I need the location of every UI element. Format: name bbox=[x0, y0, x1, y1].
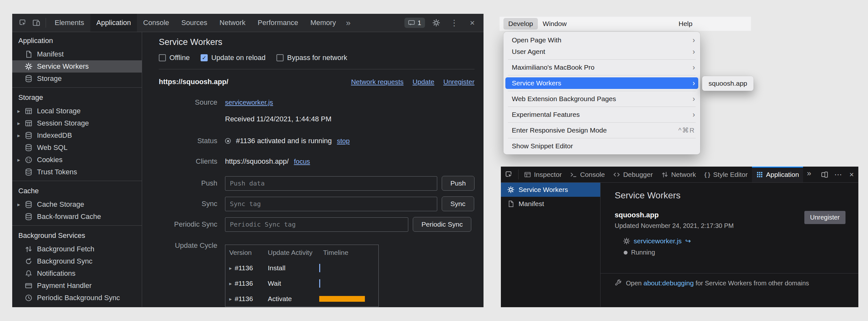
timeline-tick bbox=[319, 279, 320, 288]
device-toolbar-icon[interactable] bbox=[30, 16, 43, 30]
expand-arrow-icon[interactable] bbox=[229, 265, 232, 271]
running-status-text: Running bbox=[631, 249, 655, 256]
sidebar-item-manifest[interactable]: Manifest bbox=[12, 48, 142, 60]
sidebar-item-manifest[interactable]: Manifest bbox=[501, 197, 600, 211]
table-row[interactable]: #1136 Install bbox=[225, 260, 378, 276]
inspect-element-icon[interactable] bbox=[16, 16, 30, 30]
sidebar-item-indexeddb[interactable]: IndexedDB bbox=[12, 129, 142, 142]
menubar-item-help[interactable]: Help bbox=[674, 18, 697, 30]
responsive-design-mode-icon[interactable] bbox=[818, 168, 831, 181]
sidebar-item-cookies[interactable]: Cookies bbox=[12, 154, 142, 166]
issues-button[interactable]: 1 bbox=[404, 17, 425, 28]
update-on-reload-checkbox[interactable] bbox=[200, 54, 208, 61]
tab-console[interactable]: Console bbox=[137, 14, 175, 32]
tab-inspector[interactable]: Inspector bbox=[520, 167, 566, 182]
expand-arrow-icon[interactable] bbox=[18, 132, 25, 139]
table-row[interactable]: #1136 Wait bbox=[225, 276, 378, 291]
expand-arrow-icon[interactable] bbox=[18, 120, 25, 127]
more-tabs-chevron-icon[interactable]: » bbox=[342, 14, 354, 32]
database-icon bbox=[25, 132, 33, 139]
sidebar-item-service-workers[interactable]: Service Workers bbox=[12, 60, 142, 73]
table-row[interactable]: #1136 Activate bbox=[225, 291, 378, 307]
unregister-link[interactable]: Unregister bbox=[443, 78, 474, 86]
expand-arrow-icon[interactable] bbox=[229, 296, 232, 302]
grid-icon bbox=[756, 171, 763, 178]
sync-button[interactable]: Sync bbox=[442, 197, 474, 211]
periodic-sync-tag-input[interactable] bbox=[225, 217, 408, 232]
sidebar-item-trust-tokens[interactable]: Trust Tokens bbox=[12, 166, 142, 178]
periodic-sync-button[interactable]: Periodic Sync bbox=[413, 217, 471, 232]
tab-performance[interactable]: Performance bbox=[251, 14, 304, 32]
sidebar-item-background-sync[interactable]: Background Sync bbox=[12, 255, 142, 268]
sidebar-item-session-storage[interactable]: Session Storage bbox=[12, 117, 142, 129]
sidebar-item-periodic-background-sync[interactable]: Periodic Background Sync bbox=[12, 292, 142, 304]
menu-item-experimental-features[interactable]: Experimental Features bbox=[503, 109, 700, 120]
update-on-reload-checkbox-group[interactable]: Update on reload bbox=[200, 54, 266, 62]
settings-gear-icon[interactable] bbox=[430, 16, 443, 30]
menu-item-web-extension-background-pages[interactable]: Web Extension Background Pages bbox=[503, 93, 700, 105]
more-options-icon[interactable]: ⋮ bbox=[447, 16, 461, 30]
expand-arrow-icon[interactable] bbox=[18, 108, 25, 115]
submenu-chevron-icon bbox=[692, 111, 695, 118]
menu-item-service-workers[interactable]: Service Workers bbox=[505, 77, 698, 89]
menubar-item-develop[interactable]: Develop bbox=[503, 18, 538, 30]
tab-console[interactable]: Console bbox=[566, 167, 609, 182]
expand-arrow-icon[interactable] bbox=[18, 157, 25, 164]
tab-application[interactable]: Application bbox=[752, 167, 803, 182]
serviceworker-js-link[interactable]: serviceworker.js bbox=[225, 99, 273, 106]
element-picker-icon[interactable] bbox=[501, 167, 517, 182]
push-button[interactable]: Push bbox=[442, 176, 474, 191]
menu-item-macbook-pro[interactable]: Maximiliano's MacBook Pro bbox=[503, 62, 700, 73]
sidebar-item-notifications[interactable]: Notifications bbox=[12, 268, 142, 280]
more-tabs-chevron-icon[interactable]: » bbox=[803, 167, 815, 180]
tab-debugger[interactable]: Debugger bbox=[609, 167, 657, 182]
bypass-for-network-checkbox[interactable] bbox=[277, 54, 283, 61]
submenu-item-squoosh-app[interactable]: squoosh.app bbox=[709, 80, 747, 87]
tab-sources[interactable]: Sources bbox=[175, 14, 214, 32]
sync-tag-input[interactable] bbox=[225, 197, 437, 211]
client-url: https://squoosh.app/ bbox=[225, 157, 289, 166]
tab-application[interactable]: Application bbox=[90, 14, 137, 32]
stop-link[interactable]: stop bbox=[337, 137, 350, 145]
gear-icon bbox=[507, 186, 515, 193]
unregister-button[interactable]: Unregister bbox=[804, 211, 845, 224]
offline-checkbox[interactable] bbox=[159, 54, 166, 61]
bypass-for-network-checkbox-group[interactable]: Bypass for network bbox=[277, 54, 347, 62]
expand-arrow-icon[interactable] bbox=[229, 281, 232, 287]
sidebar-item-cache-storage[interactable]: Cache Storage bbox=[12, 199, 142, 211]
tab-network[interactable]: Network bbox=[657, 167, 700, 182]
focus-link[interactable]: focus bbox=[294, 157, 310, 165]
serviceworker-js-link[interactable]: serviceworker.js bbox=[633, 237, 682, 245]
menu-item-show-snippet-editor[interactable]: Show Snippet Editor bbox=[503, 140, 700, 152]
about-debugging-link[interactable]: about:debugging bbox=[643, 279, 694, 287]
footer-text: Open bbox=[626, 280, 643, 287]
service-worker-options: Offline Update on reload Bypass for netw… bbox=[159, 54, 474, 62]
menu-item-user-agent[interactable]: User Agent bbox=[503, 46, 700, 58]
menu-item-enter-responsive-design-mode[interactable]: Enter Responsive Design Mode^⌘R bbox=[503, 124, 700, 136]
tab-network[interactable]: Network bbox=[214, 14, 252, 32]
sidebar-item-background-fetch[interactable]: Background Fetch bbox=[12, 243, 142, 255]
panel-title: Service Workers bbox=[159, 37, 474, 47]
firefox-service-workers-panel: Service Workers squoosh.app Updated Nove… bbox=[600, 183, 858, 307]
jump-to-debugger-icon[interactable] bbox=[685, 237, 691, 245]
more-options-icon[interactable]: ⋯ bbox=[831, 168, 845, 181]
tab-elements[interactable]: Elements bbox=[49, 14, 90, 32]
sidebar-item-storage[interactable]: Storage bbox=[12, 73, 142, 85]
tab-memory[interactable]: Memory bbox=[304, 14, 342, 32]
close-devtools-icon[interactable]: × bbox=[465, 16, 479, 30]
sidebar-item-back-forward-cache[interactable]: Back-forward Cache bbox=[12, 211, 142, 223]
menu-item-open-page-with[interactable]: Open Page With bbox=[503, 34, 700, 46]
network-requests-link[interactable]: Network requests bbox=[351, 78, 403, 86]
sidebar-item-local-storage[interactable]: Local Storage bbox=[12, 105, 142, 117]
sidebar-section-cache: Cache bbox=[12, 184, 142, 199]
expand-arrow-icon[interactable] bbox=[18, 201, 25, 208]
sidebar-item-payment-handler[interactable]: Payment Handler bbox=[12, 280, 142, 292]
offline-checkbox-group[interactable]: Offline bbox=[159, 54, 190, 62]
sidebar-item-service-workers[interactable]: Service Workers bbox=[501, 183, 600, 197]
menubar-item-window[interactable]: Window bbox=[538, 18, 571, 30]
sidebar-item-web-sql[interactable]: Web SQL bbox=[12, 142, 142, 154]
close-devtools-icon[interactable]: × bbox=[845, 168, 858, 181]
update-link[interactable]: Update bbox=[412, 78, 434, 86]
push-data-input[interactable] bbox=[225, 176, 437, 191]
tab-style-editor[interactable]: { } Style Editor bbox=[700, 167, 752, 182]
